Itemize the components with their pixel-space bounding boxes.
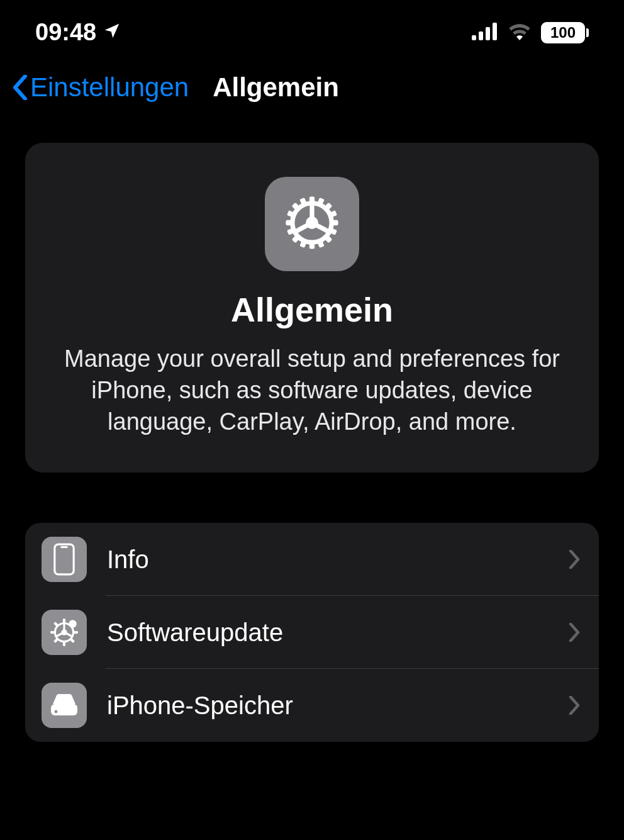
svg-rect-32 [63,619,65,623]
list-row-label: iPhone-Speicher [107,692,569,720]
battery-icon: 100 [541,22,589,43]
svg-rect-10 [309,242,315,249]
cellular-signal-icon [472,19,498,46]
svg-rect-25 [55,545,74,575]
chevron-right-icon [569,550,580,569]
hero-card: Allgemein Manage your overall setup and … [25,143,599,473]
back-button[interactable]: Einstellungen [13,72,200,103]
chevron-left-icon [13,75,28,100]
status-time: 09:48 [35,19,96,46]
svg-rect-35 [74,631,78,634]
storage-icon [42,683,87,728]
nav-title: Allgemein [213,72,339,103]
gear-icon [279,190,345,258]
svg-point-40 [69,620,76,628]
svg-rect-33 [63,642,65,646]
list-row-iphone-speicher[interactable]: iPhone-Speicher [25,669,599,742]
list-row-label: Softwareupdate [107,619,569,647]
back-button-label: Einstellungen [30,72,189,103]
hero-description: Manage your overall setup and preference… [50,343,574,437]
svg-rect-0 [472,35,476,40]
svg-point-42 [55,710,58,714]
list-row-softwareupdate[interactable]: Softwareupdate [25,596,599,669]
svg-rect-34 [50,631,54,634]
list-row-info[interactable]: Info [25,523,599,596]
status-left: 09:48 [35,19,121,46]
svg-rect-9 [309,196,315,203]
iphone-icon [42,537,87,582]
svg-rect-3 [493,23,497,40]
gear-badge-icon [42,610,87,655]
svg-rect-12 [332,220,338,225]
battery-percent: 100 [541,22,585,43]
hero-icon-wrap [265,177,359,271]
svg-rect-26 [60,547,68,549]
svg-rect-1 [479,31,483,40]
settings-list: Info [25,523,599,742]
list-row-label: Info [107,546,569,574]
svg-rect-41 [51,704,77,715]
nav-bar: Einstellungen Allgemein [0,52,624,118]
hero-title: Allgemein [50,290,574,329]
svg-rect-11 [286,220,292,225]
location-arrow-icon [103,19,121,46]
wifi-icon [507,19,532,46]
chevron-right-icon [569,696,580,715]
status-right: 100 [472,19,589,46]
chevron-right-icon [569,623,580,642]
svg-rect-2 [486,27,490,40]
status-bar: 09:48 100 [0,0,624,52]
